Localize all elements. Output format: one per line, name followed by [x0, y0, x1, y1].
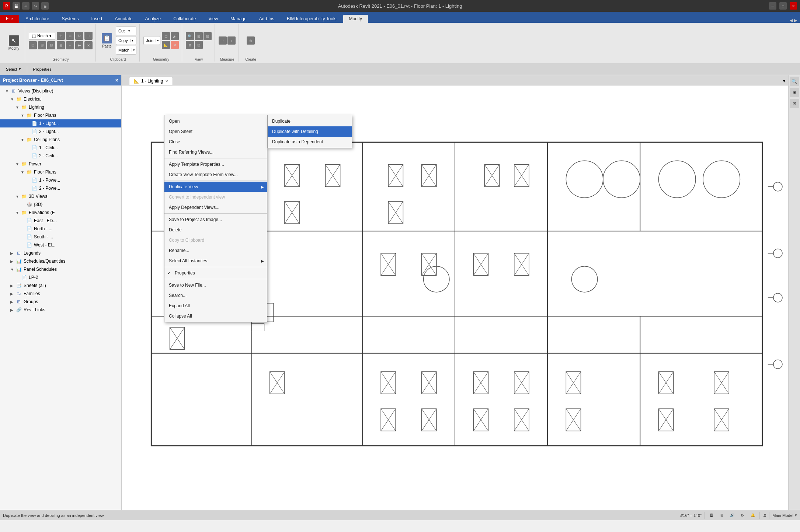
tree-elevations[interactable]: ▼ 📁 Elevations (E	[0, 209, 121, 217]
power-expand[interactable]: ▼	[15, 162, 21, 166]
families-expand[interactable]: ▶	[10, 292, 15, 296]
status-btn1[interactable]: 🖼	[708, 512, 715, 519]
trim-icon[interactable]: ⊢	[75, 41, 83, 49]
ctx-save-new-file[interactable]: Save to New File...	[164, 280, 267, 290]
right-search-btn[interactable]: 🔍	[790, 77, 799, 86]
tree-1-power[interactable]: 📄 1 - Powe...	[0, 176, 121, 184]
tab-file[interactable]: File	[0, 15, 19, 23]
ctx-open[interactable]: Open	[164, 116, 267, 126]
tab-annotate[interactable]: Annotate	[109, 15, 138, 23]
elevations-expand[interactable]: ▼	[15, 211, 21, 215]
right-nav-btn[interactable]: ⊡	[790, 99, 799, 108]
ctx-properties[interactable]: ✓ Properties	[164, 268, 267, 278]
tab-architecture[interactable]: Architecture	[20, 15, 55, 23]
matchprop-btn[interactable]: Match ▾	[116, 46, 136, 55]
tree-views[interactable]: ▼ ⊞ Views (Discipline)	[0, 87, 121, 95]
tree-1-light[interactable]: 📄 1 - Light...	[0, 119, 121, 127]
tab-view[interactable]: View	[203, 15, 224, 23]
filter-icon[interactable]: ⊡	[29, 41, 37, 49]
floorplans-light-expand[interactable]: ▼	[21, 113, 26, 118]
tab-insert[interactable]: Insert	[85, 15, 108, 23]
tree-panel-schedules[interactable]: ▼ 📊 Panel Schedules	[0, 265, 121, 273]
tree-families[interactable]: ▶ 🗂 Families	[0, 290, 121, 298]
modify-btn[interactable]: ↖ Modify	[7, 34, 21, 52]
ctx-delete[interactable]: Delete	[164, 225, 267, 235]
tree-south[interactable]: 📄 South - ...	[0, 233, 121, 241]
join-btn[interactable]: Join ▾	[143, 36, 160, 45]
area-icon[interactable]: ⊞	[38, 41, 46, 49]
array-icon[interactable]: ⊞	[57, 41, 65, 49]
tab-manage[interactable]: Manage	[225, 15, 252, 23]
copy-icon[interactable]: ⊕	[66, 32, 74, 40]
ctx-apply-template[interactable]: Apply Template Properties...	[164, 159, 267, 169]
cut-btn[interactable]: Cut ▾	[116, 27, 136, 35]
groups-expand[interactable]: ▶	[10, 300, 15, 304]
tab-bim[interactable]: BIM Interoperability Tools	[281, 15, 342, 23]
lighting-expand[interactable]: ▼	[15, 105, 21, 109]
component-icon[interactable]: ⊕	[247, 36, 255, 45]
save-icon[interactable]: 💾	[13, 2, 20, 10]
tile-icon[interactable]: ⊟	[204, 32, 212, 40]
dim-icon[interactable]: ↔	[219, 36, 227, 45]
print-icon[interactable]: 🖨	[41, 2, 49, 10]
window-icon[interactable]: ⊞	[195, 32, 203, 40]
select-icon[interactable]: ⊟	[47, 41, 55, 49]
tree-3d[interactable]: 🎲 {3D}	[0, 200, 121, 209]
ceilingplans-expand[interactable]: ▼	[21, 138, 26, 142]
tree-1-ceil[interactable]: 📄 1 - Ceili...	[0, 144, 121, 152]
ctx-select-all[interactable]: Select All Instances ▶	[164, 256, 267, 266]
submenu-duplicate[interactable]: Duplicate	[268, 116, 352, 126]
view-tabs-menu[interactable]: ▾	[782, 77, 787, 85]
dim2-icon[interactable]: ↕	[227, 36, 236, 45]
tab-systems[interactable]: Systems	[56, 15, 84, 23]
tree-east-ele[interactable]: 📄 East - Ele...	[0, 217, 121, 225]
panel-schedules-expand[interactable]: ▼	[10, 267, 15, 272]
ctx-rename[interactable]: Rename...	[164, 245, 267, 256]
tab-1-lighting[interactable]: 📐 1 - Lighting ✕	[129, 77, 173, 85]
tree-2-light[interactable]: 📄 2 - Light...	[0, 127, 121, 136]
tab-collaborate[interactable]: Collaborate	[167, 15, 202, 23]
floorplans-power-expand[interactable]: ▼	[21, 170, 26, 174]
electrical-expand[interactable]: ▼	[10, 97, 15, 101]
minimize-icon[interactable]: ─	[769, 2, 776, 10]
select-btn[interactable]: Select ▾	[3, 66, 24, 73]
status-btn3[interactable]: 🔊	[728, 512, 736, 519]
ctx-collapse-all[interactable]: Collapse All	[164, 311, 267, 321]
tree-power[interactable]: ▼ 📁 Power	[0, 160, 121, 168]
properties-btn[interactable]: Properties	[30, 66, 55, 73]
tree-north[interactable]: 📄 North - ...	[0, 225, 121, 233]
paint-icon[interactable]: 🖌	[171, 32, 179, 40]
delete2-icon[interactable]: ✕	[171, 41, 179, 49]
copy-btn2[interactable]: Copy ▾	[116, 36, 136, 45]
tree-lighting[interactable]: ▼ 📁 Lighting	[0, 103, 121, 111]
tab-modify[interactable]: Modify	[343, 15, 368, 23]
ctx-expand-all[interactable]: Expand All	[164, 301, 267, 311]
model-selector[interactable]: Main Model ▾	[772, 513, 797, 518]
move-icon[interactable]: ✛	[57, 32, 65, 40]
notch-button[interactable]: ⬚ Notch ▾	[29, 32, 55, 40]
tab-analyze[interactable]: Analyze	[139, 15, 167, 23]
tree-legends[interactable]: ▶ ⊡ Legends	[0, 249, 121, 257]
legends-expand[interactable]: ▶	[10, 251, 15, 255]
undo-icon[interactable]: ↩	[22, 2, 29, 10]
tree-schedules[interactable]: ▶ 📊 Schedules/Quantities	[0, 257, 121, 265]
zoom-icon[interactable]: 🔍	[186, 32, 194, 40]
ctx-apply-dependent[interactable]: Apply Dependent Views...	[164, 202, 267, 213]
tree-2-ceil[interactable]: 📄 2 - Ceili...	[0, 152, 121, 160]
close-views-icon[interactable]: ⊗	[186, 41, 194, 49]
ui-icon[interactable]: ⊡	[195, 41, 203, 49]
tree-2-power[interactable]: 📄 2 - Powe...	[0, 184, 121, 192]
measure-icon[interactable]: 📐	[162, 41, 170, 49]
tree-revit-links[interactable]: ▶ 🔗 Revit Links	[0, 306, 121, 314]
paste-btn[interactable]: 📋 Paste	[100, 32, 114, 49]
pb-content[interactable]: ▼ ⊞ Views (Discipline) ▼ 📁 Electrical ▼ …	[0, 85, 121, 510]
tree-groups[interactable]: ▶ ⊞ Groups	[0, 298, 121, 306]
status-btn2[interactable]: ⊞	[718, 512, 726, 519]
tree-floorplans-light[interactable]: ▼ 📁 Floor Plans	[0, 111, 121, 119]
views-expand[interactable]: ▼	[5, 89, 10, 93]
schedules-expand[interactable]: ▶	[10, 259, 15, 263]
submenu-duplicate-detailing[interactable]: Duplicate with Detailing	[268, 126, 352, 137]
scale-icon[interactable]: ↔	[66, 41, 74, 49]
ctx-save-image[interactable]: Save to Project as Image...	[164, 214, 267, 225]
sheets-expand[interactable]: ▶	[10, 284, 15, 288]
